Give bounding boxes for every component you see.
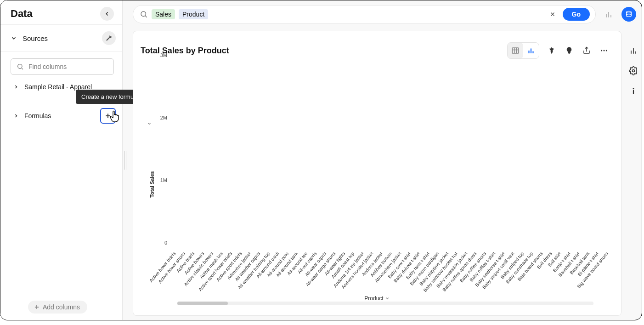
add-columns-button[interactable]: Add columns (28, 301, 87, 314)
svg-point-30 (604, 50, 605, 51)
search-icon (17, 63, 24, 70)
svg-point-17 (633, 70, 635, 72)
sidebar: Data Sources Find columns Sample Retail … (0, 0, 123, 320)
sidebar-resize-handle[interactable] (123, 151, 128, 170)
pin-button[interactable] (544, 43, 559, 58)
chart-scrollbar-thumb[interactable] (177, 302, 228, 305)
bar-chart-icon (527, 46, 535, 55)
info-icon (629, 87, 638, 95)
share-icon (582, 46, 591, 55)
right-rail (625, 31, 642, 97)
svg-point-0 (18, 64, 22, 68)
svg-rect-27 (569, 53, 570, 54)
chart-area: Total Sales 01M2M3M Active boxer briefsA… (141, 61, 612, 308)
svg-rect-19 (633, 90, 634, 94)
add-columns-label: Add columns (43, 303, 80, 311)
formulas-label: Formulas (24, 112, 51, 120)
clear-search-button[interactable] (546, 8, 559, 21)
insight-button[interactable] (561, 43, 577, 58)
wrench-icon (106, 35, 112, 41)
find-columns-input[interactable]: Find columns (11, 58, 114, 75)
y-tick: 0 (164, 240, 167, 245)
close-icon (549, 11, 556, 17)
y-tick: 3M (160, 52, 167, 58)
plus-icon (104, 112, 112, 120)
add-formula-button[interactable] (100, 108, 116, 124)
table-icon (511, 46, 520, 55)
chart-plot[interactable] (168, 61, 610, 248)
y-tick: 2M (160, 115, 167, 120)
rail-chart-config-button[interactable] (627, 45, 639, 57)
more-horizontal-icon (600, 46, 608, 55)
view-chart-button[interactable] (523, 43, 539, 58)
database-icon (625, 11, 633, 18)
x-axis-label[interactable]: Product (364, 295, 390, 302)
rail-settings-button[interactable] (627, 65, 639, 77)
chevron-left-icon (104, 11, 110, 17)
search-icon (140, 10, 148, 18)
data-source-badge[interactable] (621, 7, 636, 22)
chart-card: Total Sales by Product (133, 31, 621, 316)
svg-point-31 (606, 50, 607, 51)
bar-chart-icon (604, 10, 613, 19)
chevron-down-icon (385, 296, 390, 301)
go-button[interactable]: Go (563, 8, 590, 21)
svg-point-6 (141, 11, 146, 17)
search-chip-sales[interactable]: Sales (152, 9, 175, 19)
plus-icon (34, 304, 40, 310)
collapse-sidebar-button[interactable] (100, 7, 114, 21)
gear-icon (629, 66, 638, 75)
svg-rect-20 (512, 48, 519, 53)
sources-label: Sources (23, 34, 48, 42)
rail-info-button[interactable] (627, 85, 639, 97)
find-columns-placeholder: Find columns (28, 63, 67, 70)
sidebar-title: Data (11, 8, 33, 20)
svg-point-13 (627, 11, 632, 13)
svg-point-29 (601, 50, 602, 51)
chevron-down-icon (11, 35, 17, 41)
pin-icon (548, 46, 556, 55)
y-axis-ticks: 01M2M3M (149, 61, 167, 248)
share-button[interactable] (579, 43, 594, 58)
chevron-right-icon (13, 113, 19, 119)
y-tick: 1M (160, 177, 167, 183)
chart-title: Total Sales by Product (141, 46, 229, 56)
bar-chart-icon (629, 46, 638, 55)
view-table-button[interactable] (508, 43, 523, 58)
chart-type-button[interactable] (601, 7, 616, 22)
search-bar[interactable]: Sales Product Go (133, 5, 596, 23)
svg-line-1 (22, 68, 23, 69)
more-button[interactable] (596, 43, 612, 58)
chart-scrollbar[interactable] (177, 302, 593, 305)
chevron-right-icon (13, 84, 19, 90)
sources-settings-button[interactable] (102, 31, 116, 45)
svg-point-18 (633, 88, 634, 89)
search-chip-product[interactable]: Product (179, 9, 208, 19)
lightbulb-icon (565, 46, 573, 55)
svg-line-7 (145, 16, 147, 17)
